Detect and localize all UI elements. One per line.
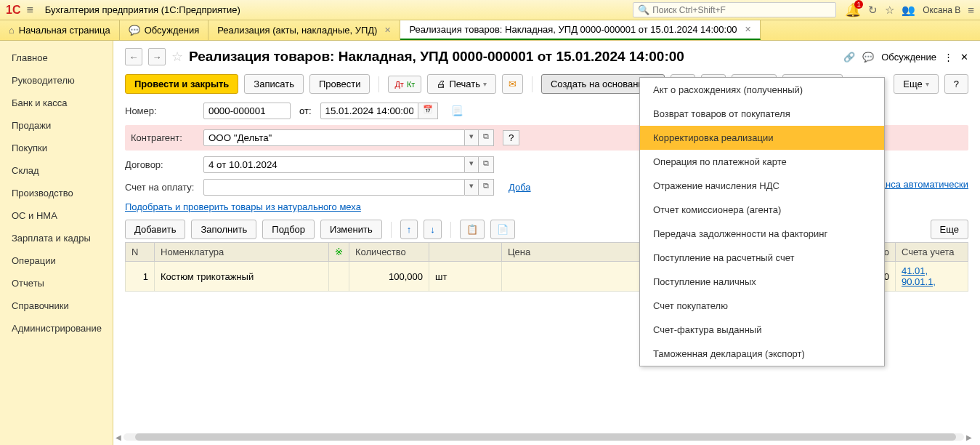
menu-item-correction-sales[interactable]: Корректировка реализации <box>640 126 884 150</box>
menu-item-invoice-issued[interactable]: Счет-фактура выданный <box>640 318 884 342</box>
add-link[interactable]: Доба <box>509 182 531 193</box>
hamburger-icon[interactable]: ≡ <box>26 4 33 17</box>
close-icon[interactable]: ✕ <box>745 25 751 34</box>
move-up-icon[interactable]: ↑ <box>400 220 418 239</box>
fill-button[interactable]: Заполнить <box>191 220 256 239</box>
paste-icon[interactable]: 📄 <box>490 220 515 239</box>
menu-item-factoring[interactable]: Передача задолженности на факторинг <box>640 222 884 246</box>
scroll-right-icon[interactable]: ▶ <box>964 433 974 441</box>
notifications-icon[interactable]: 🔔1 <box>845 2 861 18</box>
move-down-icon[interactable]: ↓ <box>424 220 442 239</box>
nav-forward-icon[interactable]: → <box>148 48 166 65</box>
sidebar-item-operations[interactable]: Операции <box>0 249 113 272</box>
menu-item-return-buyer[interactable]: Возврат товаров от покупателя <box>640 102 884 126</box>
global-search[interactable]: 🔍 <box>633 2 836 17</box>
sidebar-item-purchases[interactable]: Покупки <box>0 137 113 159</box>
horizontal-scrollbar[interactable]: ◀ ▶ <box>113 432 974 442</box>
cell-qty[interactable]: 100,000 <box>349 262 429 292</box>
table-more-button[interactable]: Еще <box>931 220 968 239</box>
col-marker[interactable]: ※ <box>329 243 349 262</box>
calendar-icon[interactable]: 📅 <box>418 103 438 119</box>
tab-home[interactable]: ⌂ Начальная страница <box>0 20 120 40</box>
menu-item-commissioner-report[interactable]: Отчет комиссионера (агента) <box>640 198 884 222</box>
add-row-button[interactable]: Добавить <box>125 220 185 239</box>
sidebar-item-main[interactable]: Главное <box>0 47 113 69</box>
sidebar-item-catalogs[interactable]: Справочники <box>0 294 113 317</box>
dogovor-input[interactable] <box>203 156 465 173</box>
fur-products-link[interactable]: Подобрать и проверить товары из натураль… <box>125 201 361 212</box>
cell-nomen[interactable]: Костюм трикотажный <box>155 262 329 292</box>
save-button[interactable]: Записать <box>244 74 304 94</box>
sidebar-item-bank[interactable]: Банк и касса <box>0 92 113 114</box>
sidebar: Главное Руководителю Банк и касса Продаж… <box>0 41 113 445</box>
sidebar-item-assets[interactable]: ОС и НМА <box>0 204 113 227</box>
close-icon[interactable]: ✕ <box>960 52 968 63</box>
dropdown-icon[interactable]: ▾ <box>465 156 479 173</box>
scroll-thumb[interactable] <box>135 433 956 441</box>
more-button[interactable]: Еще <box>894 74 938 94</box>
menu-item-vat-accrual[interactable]: Отражение начисления НДС <box>640 174 884 198</box>
scroll-left-icon[interactable]: ◀ <box>113 433 123 441</box>
star-icon[interactable]: ☆ <box>171 49 183 65</box>
post-button[interactable]: Провести <box>309 74 370 94</box>
sidebar-item-manager[interactable]: Руководителю <box>0 69 113 92</box>
tab-label: Обсуждения <box>145 25 200 36</box>
sidebar-item-admin[interactable]: Администрирование <box>0 317 113 340</box>
print-button[interactable]: 🖨Печать <box>427 74 496 94</box>
kontragent-input[interactable] <box>203 129 465 146</box>
sidebar-item-payroll[interactable]: Зарплата и кадры <box>0 227 113 249</box>
number-input[interactable] <box>203 103 291 119</box>
help-button[interactable]: ? <box>944 74 968 94</box>
sidebar-item-warehouse[interactable]: Склад <box>0 159 113 182</box>
select-button[interactable]: Подбор <box>262 220 315 239</box>
post-close-button[interactable]: Провести и закрыть <box>125 74 238 94</box>
link-icon[interactable]: 🔗 <box>843 52 855 63</box>
menu-item-bank-receipt[interactable]: Поступление на расчетный счет <box>640 246 884 270</box>
copy-icon[interactable]: 📋 <box>460 220 485 239</box>
open-icon[interactable]: ⧉ <box>479 129 494 146</box>
col-accounts[interactable]: Счета учета <box>896 243 968 262</box>
email-icon: ✉ <box>509 79 517 89</box>
more-vert-icon[interactable]: ⋮ <box>944 52 953 63</box>
cell-accounts[interactable]: 41.01, 90.01.1, <box>896 262 968 292</box>
cell-marker[interactable] <box>329 262 349 292</box>
tab-sales-list[interactable]: Реализация (акты, накладные, УПД) ✕ <box>208 20 400 40</box>
search-input[interactable] <box>652 5 831 15</box>
email-button[interactable]: ✉ <box>502 74 523 94</box>
favorites-icon[interactable]: ☆ <box>885 4 894 17</box>
sidebar-item-production[interactable]: Производство <box>0 182 113 204</box>
open-icon[interactable]: ⧉ <box>479 156 494 173</box>
menu-item-card-operation[interactable]: Операция по платежной карте <box>640 150 884 174</box>
col-qty[interactable]: Количество <box>349 243 429 262</box>
tab-discussions[interactable]: 💬 Обсуждения <box>120 20 209 40</box>
dropdown-icon[interactable]: ▾ <box>465 179 479 196</box>
tab-document[interactable]: Реализация товаров: Накладная, УПД 0000-… <box>400 20 760 40</box>
user-icon[interactable]: 👥 <box>902 4 915 17</box>
menu-item-customs-decl[interactable]: Таможенная декларация (экспорт) <box>640 342 884 366</box>
nav-back-icon[interactable]: ← <box>125 48 142 65</box>
col-nomen[interactable]: Номенклатура <box>155 243 329 262</box>
col-unit[interactable] <box>429 243 502 262</box>
cell-unit[interactable]: шт <box>429 262 502 292</box>
sidebar-item-reports[interactable]: Отчеты <box>0 272 113 294</box>
cell-n[interactable]: 1 <box>126 262 155 292</box>
close-icon[interactable]: ✕ <box>384 25 391 35</box>
open-icon[interactable]: ⧉ <box>479 179 494 196</box>
history-icon[interactable]: ↻ <box>868 4 878 17</box>
discussion-icon[interactable]: 💬 <box>862 52 874 63</box>
col-n[interactable]: N <box>126 243 155 262</box>
discussion-label[interactable]: Обсуждение <box>881 52 936 63</box>
scroll-track[interactable] <box>123 433 964 441</box>
menu-item-act-discrepancies[interactable]: Акт о расхождениях (полученный) <box>640 78 884 102</box>
menu-item-cash-receipt[interactable]: Поступление наличных <box>640 270 884 294</box>
kontragent-help-button[interactable]: ? <box>503 130 519 145</box>
dtkt-button[interactable]: ДтКт <box>388 76 421 93</box>
menu-icon[interactable]: ≡ <box>968 4 974 16</box>
sidebar-item-sales[interactable]: Продажи <box>0 114 113 137</box>
menu-item-invoice-buyer[interactable]: Счет покупателю <box>640 294 884 318</box>
date-input[interactable] <box>320 103 418 119</box>
dropdown-icon[interactable]: ▾ <box>465 129 479 146</box>
change-button[interactable]: Изменить <box>320 220 382 239</box>
doc-title: Реализация товаров: Накладная, УПД 0000-… <box>189 49 684 65</box>
schet-input[interactable] <box>203 179 465 196</box>
